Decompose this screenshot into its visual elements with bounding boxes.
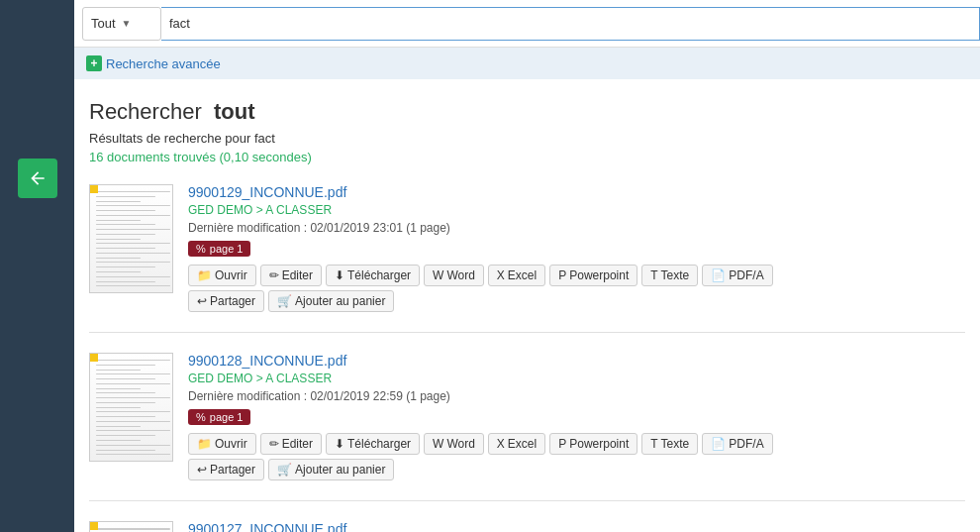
yellow-tag-1 [90, 185, 98, 193]
ouvrir-btn-2[interactable]: 📁 Ouvrir [188, 433, 256, 455]
telecharger-btn-1[interactable]: ⬇ Télécharger [326, 265, 420, 286]
results-count: 16 documents trouvés (0,10 secondes) [89, 150, 965, 164]
results-subtitle: Résultats de recherche pour fact [89, 131, 965, 146]
search-type-select[interactable]: Tout ▼ [82, 7, 161, 41]
doc-item-2: 9900128_INCONNUE.pdf GED DEMO > A CLASSE… [89, 353, 965, 501]
doc-item-1: 9900129_INCONNUE.pdf GED DEMO > A CLASSE… [89, 184, 965, 333]
thumbnail-inner-1 [90, 185, 172, 292]
download-icon: ⬇ [335, 268, 344, 282]
doc-path-2: GED DEMO > A CLASSER [188, 372, 965, 385]
yellow-tag-3 [90, 522, 98, 530]
word-btn-1[interactable]: W Word [424, 265, 484, 286]
texte-btn-1[interactable]: T Texte [641, 265, 698, 286]
word-icon: W [433, 268, 443, 282]
editer-btn-2[interactable]: ✏ Editer [260, 433, 322, 455]
page-label-2: page 1 [210, 411, 244, 423]
text-icon-2: T [650, 437, 657, 451]
doc-thumbnail-3 [89, 521, 173, 532]
word-btn-2[interactable]: W Word [424, 433, 484, 455]
thumbnail-inner-3 [90, 522, 172, 532]
results-title: Rechercher tout [89, 99, 965, 125]
powerpoint-btn-1[interactable]: P Powerpoint [549, 265, 637, 286]
excel-btn-2[interactable]: X Excel [488, 433, 545, 455]
pdf-icon-2: 📄 [711, 437, 726, 451]
advanced-search-link[interactable]: + Recherche avancée [86, 55, 221, 71]
powerpoint-btn-2[interactable]: P Powerpoint [549, 433, 637, 455]
doc-info-3: 9900127_INCONNUE.pdf GED DEMO > A CLASSE… [188, 521, 965, 532]
advanced-search-bar: + Recherche avancée [74, 48, 980, 79]
doc-info-1: 9900129_INCONNUE.pdf GED DEMO > A CLASSE… [188, 184, 965, 312]
yellow-tag-2 [90, 354, 98, 362]
back-button[interactable] [18, 159, 57, 198]
doc-actions-row2-1: ↩ Partager 🛒 Ajouter au panier [188, 290, 965, 312]
main-content: Tout ▼ + Recherche avancée Rechercher to… [74, 0, 980, 532]
search-bar: Tout ▼ [74, 0, 980, 48]
share-icon-2: ↩ [197, 463, 207, 477]
doc-info-2: 9900128_INCONNUE.pdf GED DEMO > A CLASSE… [188, 353, 965, 480]
pdfa-btn-1[interactable]: 📄 PDF/A [702, 265, 772, 286]
ouvrir-btn-1[interactable]: 📁 Ouvrir [188, 265, 256, 286]
partager-btn-2[interactable]: ↩ Partager [188, 459, 264, 480]
doc-actions-2: 📁 Ouvrir ✏ Editer ⬇ Télécharger W Word X… [188, 433, 965, 455]
doc-actions-row2-2: ↩ Partager 🛒 Ajouter au panier [188, 459, 965, 480]
word-icon-2: W [433, 437, 443, 451]
chevron-down-icon: ▼ [122, 18, 132, 29]
share-icon-1: ↩ [197, 294, 207, 308]
page-icon-2: % [196, 411, 206, 423]
doc-path-1: GED DEMO > A CLASSER [188, 203, 965, 217]
doc-thumbnail-2 [89, 353, 173, 462]
doc-page-badge-2[interactable]: % page 1 [188, 409, 250, 425]
folder-icon-2: 📁 [197, 437, 212, 451]
doc-name-1[interactable]: 9900129_INCONNUE.pdf [188, 184, 965, 200]
excel-btn-1[interactable]: X Excel [488, 265, 545, 286]
sidebar [0, 0, 74, 532]
doc-page-badge-1[interactable]: % page 1 [188, 241, 250, 257]
doc-date-2: Dernière modification : 02/01/2019 22:59… [188, 389, 965, 403]
results-title-bold: tout [214, 99, 255, 124]
ppt-icon: P [558, 268, 566, 282]
text-icon: T [650, 268, 657, 282]
texte-btn-2[interactable]: T Texte [641, 433, 698, 455]
cart-icon-2: 🛒 [277, 463, 292, 477]
editer-btn-1[interactable]: ✏ Editer [260, 265, 322, 286]
excel-icon-2: X [497, 437, 505, 451]
folder-icon: 📁 [197, 268, 212, 282]
pdf-icon: 📄 [711, 268, 726, 282]
search-input[interactable] [161, 7, 980, 41]
search-type-label: Tout [91, 16, 116, 31]
doc-item-3: 9900127_INCONNUE.pdf GED DEMO > A CLASSE… [89, 521, 965, 532]
thumbnail-inner-2 [90, 354, 172, 461]
doc-name-3[interactable]: 9900127_INCONNUE.pdf [188, 521, 965, 532]
edit-icon: ✏ [269, 268, 279, 282]
doc-actions-1: 📁 Ouvrir ✏ Editer ⬇ Télécharger W Word X… [188, 265, 965, 286]
ppt-icon-2: P [558, 437, 566, 451]
ajouter-btn-2[interactable]: 🛒 Ajouter au panier [268, 459, 394, 480]
cart-icon-1: 🛒 [277, 294, 292, 308]
doc-thumbnail-1 [89, 184, 173, 293]
doc-name-2[interactable]: 9900128_INCONNUE.pdf [188, 353, 965, 369]
pdfa-btn-2[interactable]: 📄 PDF/A [702, 433, 772, 455]
partager-btn-1[interactable]: ↩ Partager [188, 290, 264, 312]
download-icon-2: ⬇ [335, 437, 344, 451]
doc-date-1: Dernière modification : 02/01/2019 23:01… [188, 221, 965, 235]
advanced-search-label: Recherche avancée [106, 56, 221, 71]
plus-icon: + [86, 55, 102, 71]
page-label-1: page 1 [210, 243, 244, 255]
page-icon-1: % [196, 243, 206, 255]
edit-icon-2: ✏ [269, 437, 279, 451]
telecharger-btn-2[interactable]: ⬇ Télécharger [326, 433, 420, 455]
ajouter-btn-1[interactable]: 🛒 Ajouter au panier [268, 290, 394, 312]
results-area: Rechercher tout Résultats de recherche p… [74, 79, 980, 532]
results-title-prefix: Rechercher [89, 99, 202, 124]
excel-icon: X [497, 268, 505, 282]
